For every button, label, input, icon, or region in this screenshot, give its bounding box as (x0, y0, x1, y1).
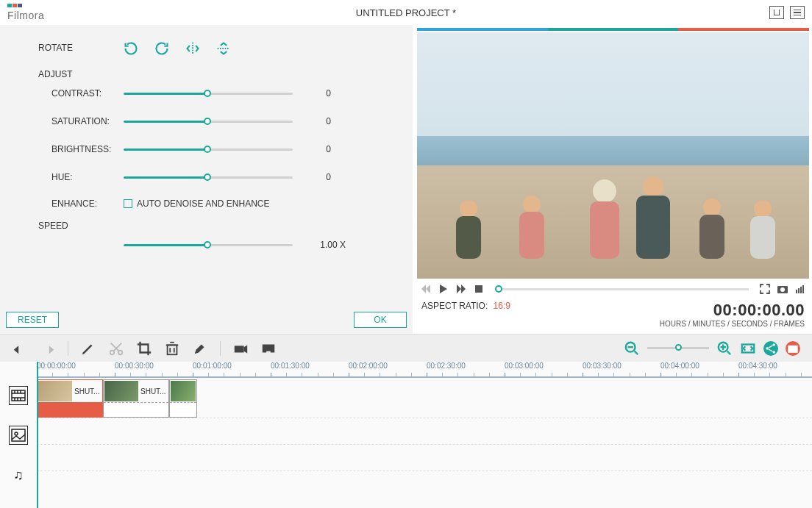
edit-icon[interactable] (80, 340, 96, 357)
video-track-icon[interactable] (9, 386, 28, 405)
brightness-value: 0 (293, 144, 337, 154)
export-button[interactable] (786, 341, 800, 356)
ruler-tick: 00:00:00:00 (37, 362, 76, 370)
svg-line-39 (769, 348, 773, 351)
ruler-tick: 00:03:00:00 (505, 362, 544, 370)
brightness-slider[interactable] (124, 142, 293, 157)
redo-icon[interactable] (40, 340, 56, 357)
reset-button[interactable]: RESET (6, 312, 59, 328)
rotate-ccw-icon[interactable] (154, 41, 169, 56)
hue-label: HUE: (51, 172, 124, 182)
accent-strip (417, 28, 809, 31)
zoom-slider[interactable] (647, 347, 709, 349)
brightness-label: BRIGHTNESS: (51, 144, 124, 154)
svg-rect-12 (800, 287, 802, 293)
svg-point-37 (773, 351, 775, 353)
aspect-ratio: ASPECT RATIO: 16:9 (421, 301, 510, 311)
image-track[interactable] (37, 418, 812, 445)
svg-rect-11 (798, 288, 799, 293)
play-icon[interactable] (438, 283, 449, 295)
svg-line-38 (769, 345, 773, 347)
clip-label: SHUT... (73, 387, 99, 396)
menu-button[interactable] (790, 6, 805, 19)
save-button[interactable] (769, 6, 784, 19)
fullscreen-icon[interactable] (759, 283, 771, 295)
record-vo-icon[interactable] (232, 340, 249, 357)
share-button[interactable] (763, 341, 778, 356)
timeline-clip[interactable]: SHUT... (103, 379, 169, 418)
aspect-label: ASPECT RATIO: (421, 301, 488, 311)
svg-rect-23 (235, 346, 244, 352)
cut-icon[interactable] (108, 340, 124, 357)
ok-button[interactable]: OK (354, 312, 407, 328)
svg-marker-4 (440, 285, 447, 293)
timeline-toolbar (0, 334, 812, 362)
svg-rect-50 (12, 429, 25, 441)
speed-value: 1.00 X (293, 240, 352, 250)
preview-panel: ASPECT RATIO: 16:9 00:00:00.00 HOURS / M… (413, 25, 812, 334)
timeline-clip[interactable]: SHUT... (37, 379, 103, 418)
svg-marker-3 (426, 285, 430, 293)
timeline-ruler[interactable]: 00:00:00:0000:00:30:0000:01:00:0000:01:3… (37, 362, 812, 378)
svg-rect-7 (475, 285, 482, 293)
svg-rect-40 (788, 345, 797, 352)
ruler-tick: 00:02:30:00 (427, 362, 466, 370)
ruler-tick: 00:00:30:00 (115, 362, 154, 370)
prev-icon[interactable] (420, 283, 432, 295)
undo-icon[interactable] (12, 340, 28, 357)
app-header: Filmora UNTITLED PROJECT * (0, 0, 812, 25)
svg-line-28 (635, 351, 638, 354)
snapshot-icon[interactable] (777, 283, 788, 295)
timeline: ♫ 00:00:00:0000:00:30:0000:01:00:0000:01… (0, 362, 812, 508)
svg-marker-6 (461, 285, 466, 293)
next-icon[interactable] (455, 283, 467, 295)
saturation-value: 0 (293, 116, 337, 126)
export-icon[interactable] (260, 340, 277, 357)
preview-video[interactable] (417, 32, 809, 279)
svg-marker-2 (421, 285, 426, 293)
hue-slider[interactable] (124, 170, 293, 185)
adjust-label: ADJUST (0, 69, 413, 79)
audio-track-icon[interactable]: ♫ (9, 465, 28, 484)
flip-horizontal-icon[interactable] (185, 41, 200, 56)
flip-vertical-icon[interactable] (216, 41, 231, 56)
playback-progress[interactable] (495, 288, 749, 290)
ruler-tick: 00:01:00:00 (193, 362, 232, 370)
logo-text: Filmora (7, 10, 44, 21)
volume-icon[interactable] (794, 283, 806, 295)
audio-track[interactable] (37, 445, 812, 471)
ruler-tick: 00:02:00:00 (349, 362, 388, 370)
svg-point-35 (766, 347, 768, 349)
crop-icon[interactable] (136, 340, 152, 357)
ruler-tick: 00:04:30:00 (738, 362, 777, 370)
auto-denoise-checkbox[interactable] (124, 199, 132, 208)
speed-slider[interactable] (124, 237, 293, 252)
playhead[interactable] (37, 362, 38, 508)
fit-icon[interactable] (740, 340, 756, 357)
svg-rect-10 (796, 290, 797, 293)
color-icon[interactable] (192, 340, 208, 357)
zoom-out-icon[interactable] (624, 340, 640, 357)
svg-line-31 (727, 351, 731, 354)
enhance-label: ENHANCE: (51, 198, 124, 209)
timecode: 00:00:00.00 (660, 301, 805, 320)
image-track-icon[interactable] (9, 426, 28, 445)
svg-point-9 (780, 287, 785, 292)
timeline-clip[interactable] (169, 379, 197, 418)
svg-marker-24 (244, 345, 248, 353)
saturation-slider[interactable] (124, 114, 293, 129)
svg-rect-41 (12, 390, 25, 401)
delete-icon[interactable] (164, 340, 180, 357)
playback-bar (417, 279, 809, 299)
stop-icon[interactable] (473, 283, 485, 295)
ruler-tick: 00:04:00:00 (660, 362, 699, 370)
aspect-value: 16:9 (494, 301, 510, 311)
contrast-slider[interactable] (124, 86, 293, 101)
svg-marker-5 (457, 285, 461, 293)
rotate-cw-icon[interactable] (124, 41, 138, 56)
saturation-label: SATURATION: (51, 116, 124, 126)
video-track[interactable]: SHUT...SHUT... (37, 378, 812, 418)
hue-value: 0 (293, 172, 337, 182)
svg-marker-26 (266, 351, 271, 355)
zoom-in-icon[interactable] (716, 340, 733, 357)
